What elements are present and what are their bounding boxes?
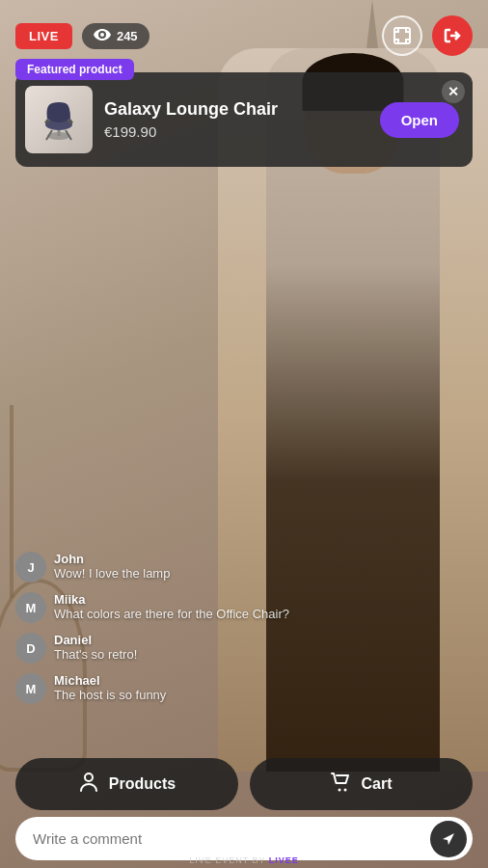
cart-button[interactable]: Cart — [250, 758, 473, 810]
comment-bar — [15, 817, 473, 860]
message-content: Michael The host is so funny — [54, 673, 295, 702]
exit-button[interactable] — [432, 15, 473, 56]
svg-point-8 — [344, 789, 347, 792]
svg-rect-0 — [394, 28, 410, 43]
eye-icon — [94, 29, 111, 43]
message-username: Michael — [54, 673, 295, 688]
viewers-count: 245 — [117, 29, 138, 43]
chat-area: J John Wow! I love the lamp M Miika What… — [15, 552, 295, 704]
message-username: Miika — [54, 592, 295, 607]
avatar: D — [15, 633, 46, 664]
cart-icon — [330, 772, 351, 797]
message-text: The host is so funny — [54, 688, 295, 702]
svg-point-6 — [85, 773, 93, 781]
open-product-button[interactable]: Open — [380, 102, 459, 138]
product-thumbnail — [25, 86, 93, 153]
watermark-brand: LIVEE — [269, 855, 299, 865]
bottom-bar: Products Cart — [15, 758, 473, 810]
message-content: John Wow! I love the lamp — [54, 552, 295, 581]
product-info: Galaxy Lounge Chair €199.90 — [104, 99, 368, 140]
watermark: LIVE EVENT BY LIVEE — [189, 855, 299, 865]
expand-button[interactable] — [382, 15, 422, 56]
message-text: Wow! I love the lamp — [54, 566, 295, 581]
products-icon — [78, 772, 99, 797]
chat-message: M Miika What colors are there for the Of… — [15, 592, 295, 623]
avatar: M — [15, 592, 46, 623]
message-username: Daniel — [54, 633, 295, 647]
cart-label: Cart — [361, 775, 392, 793]
avatar: J — [15, 552, 46, 583]
message-text: What colors are there for the Office Cha… — [54, 607, 295, 621]
chat-message: M Michael The host is so funny — [15, 673, 295, 704]
viewers-badge: 245 — [82, 23, 149, 49]
chat-message: J John Wow! I love the lamp — [15, 552, 295, 583]
comment-input[interactable] — [15, 817, 473, 860]
chat-message: D Daniel That's so retro! — [15, 633, 295, 664]
featured-product-card: Featured product Galaxy Lounge Chair €19… — [15, 72, 473, 167]
message-content: Daniel That's so retro! — [54, 633, 295, 662]
message-username: John — [54, 552, 295, 566]
top-bar: LIVE 245 — [15, 15, 473, 56]
close-featured-button[interactable]: ✕ — [442, 80, 465, 103]
top-right-controls — [382, 15, 473, 56]
products-label: Products — [109, 775, 176, 793]
top-left-controls: LIVE 245 — [15, 23, 149, 49]
avatar: M — [15, 673, 46, 704]
live-badge: LIVE — [15, 23, 72, 49]
watermark-prefix: LIVE EVENT BY — [189, 855, 269, 865]
svg-point-7 — [339, 789, 341, 792]
message-content: Miika What colors are there for the Offi… — [54, 592, 295, 621]
message-text: That's so retro! — [54, 647, 295, 662]
featured-inner: Galaxy Lounge Chair €199.90 Open ✕ — [15, 72, 473, 167]
products-button[interactable]: Products — [15, 758, 238, 810]
product-price: €199.90 — [104, 123, 368, 140]
product-name: Galaxy Lounge Chair — [104, 99, 368, 120]
send-button[interactable] — [430, 821, 467, 857]
